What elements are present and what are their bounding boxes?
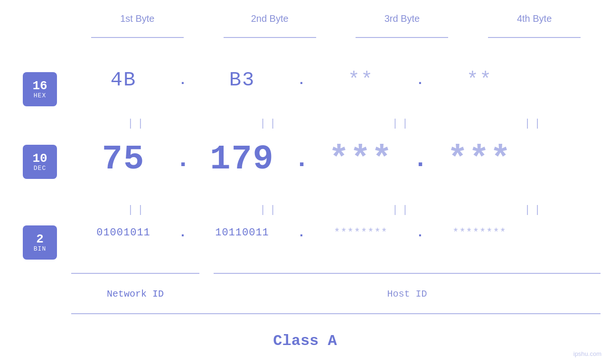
bin-row: 01001011 . 10110011 . ******** . *******… (0, 225, 610, 240)
network-bracket (71, 273, 199, 274)
eq2-byte3: || (350, 204, 454, 216)
bin-badge-label: BIN (34, 245, 46, 252)
dec-byte3: *** (309, 140, 413, 179)
bin-dot1: . (176, 225, 190, 240)
eq1-byte3: || (350, 118, 454, 130)
bracket-byte4 (488, 37, 581, 38)
bin-byte2: 10110011 (190, 227, 294, 239)
byte2-header: 2nd Byte (217, 13, 322, 24)
equals-row-2: || || || || (0, 204, 610, 216)
bracket-byte1 (91, 37, 184, 38)
eq1-byte4: || (482, 118, 587, 130)
byte4-header: 4th Byte (482, 13, 587, 24)
hex-dot3: . (413, 73, 427, 88)
host-bracket (214, 273, 601, 274)
dec-byte4: *** (427, 140, 532, 179)
byte3-header: 3rd Byte (350, 13, 454, 24)
dec-byte1: 75 (71, 140, 176, 179)
equals-row-1: || || || || (0, 118, 610, 130)
dec-byte2: 179 (190, 140, 294, 179)
hex-byte4: ** (427, 69, 532, 92)
network-id-label: Network ID (71, 289, 199, 299)
eq2-byte1: || (85, 204, 189, 216)
bin-dot3: . (413, 225, 427, 240)
eq2-byte2: || (217, 204, 322, 216)
main-container: 16 HEX 10 DEC 2 BIN 1st Byte 2nd Byte 3r… (0, 0, 610, 364)
hex-dot2: . (294, 73, 309, 88)
dec-dot2: . (294, 146, 309, 174)
class-label: Class A (0, 332, 610, 350)
hex-byte2: B3 (190, 69, 294, 92)
bracket-byte3 (356, 37, 448, 38)
dec-row: 75 . 179 . *** . *** (0, 140, 610, 179)
hex-row: 4B . B3 . ** . ** (0, 69, 610, 92)
bin-byte1: 01001011 (71, 227, 176, 239)
dec-dot3: . (413, 146, 427, 174)
hex-badge-label: HEX (34, 92, 46, 99)
bin-dot2: . (294, 225, 309, 240)
bin-byte4: ******** (427, 227, 532, 239)
bin-byte3: ******** (309, 227, 413, 239)
watermark: ipshu.com (573, 350, 601, 357)
hex-byte1: 4B (71, 69, 176, 92)
dec-dot1: . (176, 146, 190, 174)
big-bottom-bracket (71, 313, 601, 314)
host-id-label: Host ID (214, 289, 601, 299)
hex-dot1: . (176, 73, 190, 88)
hex-byte3: ** (309, 69, 413, 92)
eq1-byte2: || (217, 118, 322, 130)
eq2-byte4: || (482, 204, 587, 216)
top-brackets (0, 37, 610, 38)
byte1-header: 1st Byte (85, 13, 189, 24)
bracket-byte2 (224, 37, 316, 38)
byte-headers: 1st Byte 2nd Byte 3rd Byte 4th Byte (0, 13, 610, 24)
eq1-byte1: || (85, 118, 189, 130)
